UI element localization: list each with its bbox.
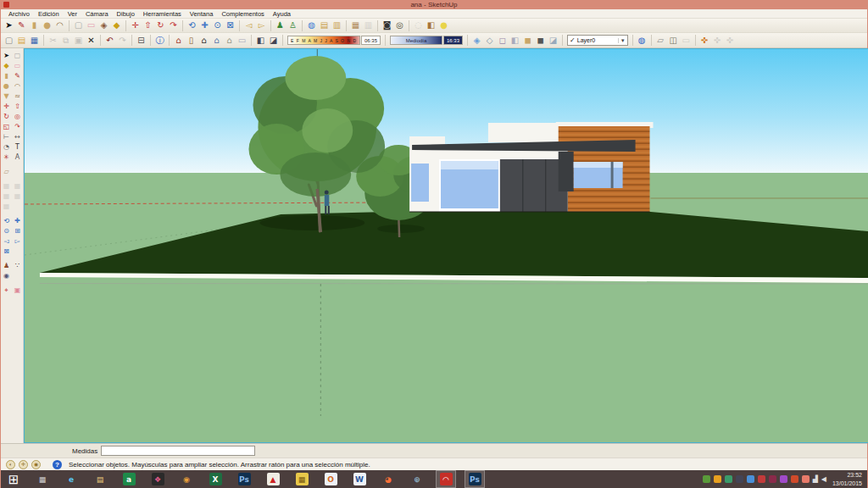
signin-button[interactable]: ◉ bbox=[31, 460, 41, 469]
photo-textures[interactable]: ▣ bbox=[12, 286, 23, 296]
tray-pink[interactable] bbox=[802, 475, 810, 483]
undo[interactable]: ↶ bbox=[103, 35, 116, 47]
claim-credit-button[interactable]: ✛ bbox=[19, 460, 28, 469]
layer-dropdown[interactable]: ✓Layer0▼ bbox=[567, 35, 628, 46]
select-tool[interactable]: ➤ bbox=[1, 51, 12, 61]
file-explorer[interactable]: ▤ bbox=[90, 470, 110, 488]
push-pull-tool[interactable]: ⇧ bbox=[12, 102, 23, 112]
zoom-window-tool[interactable]: ⊞ bbox=[12, 226, 23, 236]
tape-measure-tool[interactable]: ⊢ bbox=[1, 132, 12, 142]
get-current-view[interactable]: ▦ bbox=[349, 19, 362, 31]
word[interactable]: W bbox=[349, 470, 370, 488]
polygon-tool[interactable]: ▼ bbox=[1, 92, 12, 102]
arc-tool[interactable]: ◠ bbox=[12, 81, 23, 92]
menu-archivo[interactable]: Archivo bbox=[4, 9, 34, 19]
copy[interactable]: ⧉ bbox=[59, 35, 72, 47]
select-tool[interactable]: ➤ bbox=[3, 19, 15, 31]
menu-ventana[interactable]: Ventana bbox=[186, 9, 218, 19]
pan-tool[interactable]: ✚ bbox=[198, 19, 211, 31]
menu-complementos[interactable]: Complementos bbox=[217, 9, 268, 19]
follow-me-tool[interactable]: ↷ bbox=[12, 122, 23, 132]
line-tool[interactable]: ✎ bbox=[15, 19, 28, 31]
shadow-time-slider[interactable]: Mediodía16:33 bbox=[390, 35, 463, 47]
section-tool-4[interactable]: ▦ bbox=[12, 191, 23, 202]
component-tool[interactable]: ▢ bbox=[12, 51, 23, 61]
daylight-bulb[interactable]: ● bbox=[437, 19, 450, 31]
sandbox-drape[interactable]: ✜ bbox=[724, 35, 737, 47]
look-around-binoculars[interactable]: ◎ bbox=[393, 19, 406, 31]
get-models[interactable]: ▤ bbox=[318, 19, 331, 31]
paint-bucket-tool[interactable]: ◆ bbox=[1, 61, 12, 71]
tray-red-2[interactable] bbox=[791, 475, 798, 483]
viewport-3d[interactable] bbox=[24, 48, 868, 443]
start-button[interactable]: ⊞ bbox=[3, 470, 24, 488]
make-component-tool[interactable]: ◈ bbox=[97, 19, 110, 31]
taskbar-clock[interactable]: 23:5213/01/2015 bbox=[832, 471, 862, 487]
menu-ver[interactable]: Ver bbox=[64, 9, 81, 19]
rotate-tool[interactable]: ↻ bbox=[1, 112, 12, 122]
add-location[interactable]: ⌖ bbox=[1, 286, 12, 296]
zoom-extents-tool[interactable]: ⊠ bbox=[1, 247, 12, 257]
zoom-extents-tool[interactable]: ⊠ bbox=[224, 19, 236, 31]
shadow-time-value[interactable]: 16:33 bbox=[443, 36, 463, 45]
menu-dibujo[interactable]: Dibujo bbox=[113, 9, 139, 19]
photo-match[interactable]: ◙ bbox=[381, 19, 393, 31]
section-tool-2[interactable]: ▦ bbox=[12, 181, 23, 191]
tray-red-1[interactable] bbox=[758, 475, 765, 483]
move-tool[interactable]: ✛ bbox=[1, 102, 12, 112]
house-template-red[interactable]: ⌂ bbox=[172, 35, 185, 47]
menu-camara[interactable]: Cámara bbox=[81, 9, 113, 19]
tray-maroon[interactable] bbox=[769, 475, 776, 483]
sandbox-stamp[interactable]: ✜ bbox=[711, 35, 724, 47]
xray-mode[interactable]: ◈ bbox=[470, 35, 483, 47]
internet-explorer[interactable]: e bbox=[61, 470, 81, 488]
house-save[interactable]: ⌂ bbox=[210, 35, 223, 47]
orbit-tool[interactable]: ⟲ bbox=[1, 216, 12, 226]
section-tool-1[interactable]: ▦ bbox=[1, 181, 12, 191]
move-tool[interactable]: ✛ bbox=[129, 19, 142, 31]
follow-me-tool[interactable]: ↷ bbox=[167, 19, 180, 31]
sandbox-smoove[interactable]: ✜ bbox=[698, 35, 711, 47]
circle-tool[interactable]: ● bbox=[41, 19, 53, 31]
shadow-date-value[interactable]: 06:35 bbox=[361, 36, 381, 45]
save-file[interactable]: ▦ bbox=[28, 35, 41, 47]
adobe-reader[interactable]: ▲ bbox=[263, 470, 283, 488]
tray-dark[interactable] bbox=[736, 475, 743, 483]
next-view[interactable]: ▻ bbox=[12, 236, 23, 247]
chrome[interactable]: ◉ bbox=[176, 470, 197, 488]
next-view[interactable]: ▻ bbox=[255, 19, 268, 31]
back-edges-mode[interactable]: ◇ bbox=[483, 35, 496, 47]
redo[interactable]: ↷ bbox=[116, 35, 129, 47]
section-tool-3[interactable]: ▦ bbox=[1, 191, 12, 202]
volume-icon[interactable]: ◀ bbox=[821, 475, 826, 483]
dimension-tool[interactable]: ↔ bbox=[12, 132, 23, 142]
app-switcher[interactable]: ▦ bbox=[32, 470, 53, 488]
eraser-tool[interactable]: ▭ bbox=[12, 61, 23, 71]
photoshop[interactable]: Ps bbox=[234, 470, 254, 488]
new-file[interactable]: ▢ bbox=[3, 35, 15, 47]
google-earth[interactable]: ◍ bbox=[305, 19, 318, 31]
previous-view[interactable]: ◅ bbox=[242, 19, 255, 31]
component-tool[interactable]: ▢ bbox=[72, 19, 85, 31]
walk-dotted[interactable]: ◌ bbox=[412, 19, 425, 31]
wireframe-mode[interactable]: ◻ bbox=[496, 35, 509, 47]
tray-purple[interactable] bbox=[780, 475, 787, 483]
globe-browser[interactable]: ⊕ bbox=[407, 470, 427, 488]
push-pull-tool[interactable]: ⇧ bbox=[142, 19, 154, 31]
shadow-settings[interactable]: ◧ bbox=[254, 35, 267, 47]
section-cuts[interactable]: ◫ bbox=[667, 35, 680, 47]
3d-text-tool[interactable]: A bbox=[12, 152, 23, 163]
house-panel[interactable]: ▭ bbox=[236, 35, 248, 47]
menu-herramientas[interactable]: Herramientas bbox=[139, 9, 186, 19]
rectangle-tool[interactable]: ▮ bbox=[1, 71, 12, 81]
line-tool[interactable]: ✎ bbox=[12, 71, 23, 81]
photos-app[interactable]: ❖ bbox=[147, 470, 168, 488]
green-a-app[interactable]: a bbox=[119, 470, 139, 488]
section-display[interactable]: ▭ bbox=[680, 35, 693, 47]
sketchup-taskbar[interactable]: ◠ bbox=[436, 470, 456, 488]
eraser-tool[interactable]: ▭ bbox=[85, 19, 97, 31]
toggle-terrain[interactable]: ▥ bbox=[362, 19, 375, 31]
menu-ayuda[interactable]: Ayuda bbox=[269, 9, 295, 19]
measurements-input[interactable] bbox=[101, 446, 255, 456]
cut[interactable]: ✂ bbox=[47, 35, 59, 47]
